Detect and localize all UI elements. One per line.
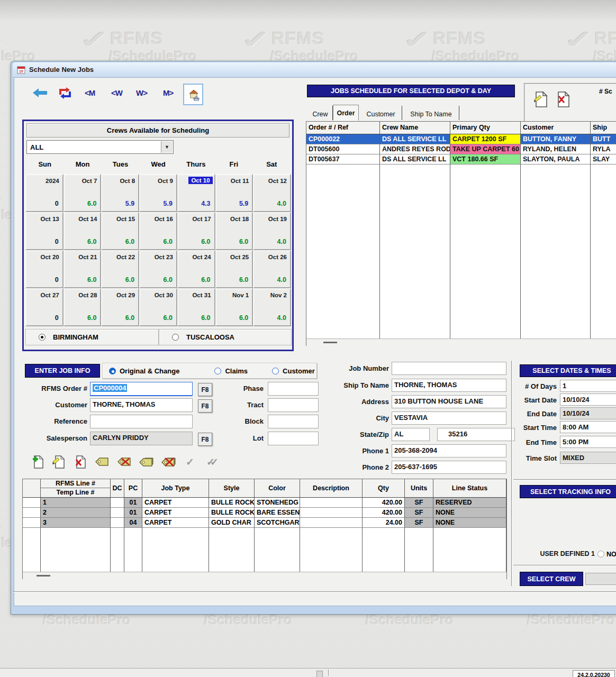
edit-line-button[interactable] [51,454,67,470]
line-select-cell[interactable] [23,498,41,508]
calendar-day-cell[interactable]: Oct 115.9 [215,174,253,212]
start-time-input[interactable]: 8:00 AM [560,421,616,433]
confirm-line-button[interactable]: ✓ [182,454,198,470]
scrollbar-thumb[interactable] [323,342,337,343]
reference-input[interactable] [90,415,193,428]
city-input[interactable]: VESTAVIA [392,411,506,425]
calendar-day-cell[interactable]: Oct 104.3 [177,174,215,212]
line-dc-cell[interactable] [111,498,124,508]
salesperson-input[interactable]: CARLYN PRIDDY [90,432,193,445]
line-status-cell[interactable]: NONE [433,518,506,528]
calendar-day-cell[interactable]: Oct 85.9 [101,174,139,212]
line-select-cell[interactable] [23,508,41,518]
confirm-all-lines-button[interactable]: ✓✓ [202,454,218,470]
calendar-day-cell[interactable]: Oct 176.0 [177,212,215,250]
job-ship-cell[interactable]: SLAY [591,154,616,164]
line-style-cell[interactable]: BULLE ROCK [209,498,255,508]
calendar-day-cell[interactable]: Oct 166.0 [139,212,177,250]
customer-input[interactable]: THORNE, THOMAS [90,398,193,412]
zip-input[interactable]: 35216 [437,428,515,441]
line-pc-cell[interactable]: 04 [124,518,142,528]
crew-select-field[interactable] [585,573,616,585]
line-dc-cell[interactable] [111,508,124,518]
calendar-day-cell[interactable]: Oct 194.0 [253,212,291,250]
calendar-day-cell[interactable]: Oct 296.0 [101,288,139,326]
job-order-cell[interactable]: CP000022 [306,134,380,144]
tag-all-lines-button[interactable] [139,454,155,470]
line-style-cell[interactable]: GOLD CHAR [209,518,255,528]
line-description-cell[interactable] [300,498,363,508]
delete-line-button[interactable] [72,454,88,470]
line-status-cell[interactable]: NONE [433,508,506,518]
calendar-day-cell[interactable]: Oct 124.0 [253,174,291,212]
add-line-button[interactable] [30,454,46,470]
prev-month-button[interactable]: <M [85,88,95,97]
job-qty-cell[interactable]: TAKE UP CARPET 60 [450,144,521,154]
start-date-input[interactable]: 10/10/24 [560,394,616,406]
lot-input[interactable] [268,432,319,445]
line-qty-cell[interactable]: 420.00 [363,498,405,508]
job-qty-cell[interactable]: VCT 180.66 SF [450,154,521,164]
calendar-day-cell[interactable]: Oct 316.0 [177,288,215,326]
line-description-cell[interactable] [300,508,363,518]
jobs-table-hscrollbar[interactable] [306,338,616,346]
line-number-cell[interactable]: 1 [41,498,111,508]
block-input[interactable] [268,415,319,428]
time-slot-input[interactable]: MIXED [560,452,616,464]
calendar-day-cell[interactable]: Oct 130 [25,212,64,250]
job-customer-cell[interactable]: BUTTON, FANNY [521,134,591,144]
line-job-type-cell[interactable]: CARPET [142,518,209,528]
line-status-cell[interactable]: RESERVED [433,498,506,508]
chevron-down-icon[interactable]: ▼ [161,141,173,153]
tract-input[interactable] [268,398,319,412]
salesperson-f8-button[interactable]: F8 [198,433,212,446]
user-defined-radio[interactable] [597,551,604,557]
calendar-day-cell[interactable]: Oct 226.0 [101,250,139,288]
calendar-day-cell[interactable]: Oct 186.0 [215,212,253,250]
line-units-cell[interactable]: SF [405,508,433,518]
untag-line-button[interactable] [116,454,132,470]
line-dc-cell[interactable] [111,518,124,528]
job-customer-cell[interactable]: SLAYTON, PAULA [521,154,591,164]
line-number-cell[interactable]: 3 [41,518,111,528]
calendar-day-cell[interactable]: Oct 200 [25,250,64,288]
calendar-day-cell[interactable]: Oct 95.9 [139,174,177,212]
line-job-type-cell[interactable]: CARPET [142,508,209,518]
depot-radio-tuscaloosa[interactable]: TUSCALOOSA [159,329,292,345]
edit-job-button[interactable] [533,91,548,108]
calendar-day-cell[interactable]: Oct 270 [25,288,64,326]
prev-week-button[interactable]: <W [111,88,122,97]
line-select-cell[interactable] [23,518,41,528]
job-order-cell[interactable]: DT005637 [306,154,380,164]
state-input[interactable]: AL [392,428,430,441]
tab-order[interactable]: Order [333,105,359,121]
job-ship-cell[interactable]: RYLA [591,144,616,154]
line-color-cell[interactable]: STONEHEDG [255,498,300,508]
line-pc-cell[interactable]: 01 [124,508,142,518]
days-input[interactable]: 1 [560,380,616,392]
job-crew-cell[interactable]: ANDRES REYES ROD [380,144,450,154]
phase-input[interactable] [268,382,319,396]
job-number-input[interactable] [392,362,506,375]
calendar-day-cell[interactable]: Oct 256.0 [215,250,253,288]
calendar-day-cell[interactable]: Oct 306.0 [139,288,177,326]
job-ship-cell[interactable]: BUTT [591,134,616,144]
phone2-input[interactable]: 205-637-1695 [392,461,506,474]
calendar-day-cell[interactable]: Oct 236.0 [139,250,177,288]
calendar-day-cell[interactable]: Oct 286.0 [64,288,102,326]
crew-filter-select[interactable]: ALL ▼ [26,140,174,154]
line-qty-cell[interactable]: 420.00 [363,508,405,518]
delete-job-button[interactable] [556,91,570,108]
back-button[interactable] [33,88,47,97]
end-date-input[interactable]: 10/10/24 [560,407,616,419]
radio-claims[interactable]: Claims [214,367,248,375]
depot-radio-birmingham[interactable]: BIRMINGHAM [25,329,159,345]
line-number-cell[interactable]: 2 [41,508,111,518]
home-button[interactable] [183,84,203,105]
radio-original-change[interactable]: Original & Change [109,367,179,375]
job-qty-cell[interactable]: CARPET 1200 SF [450,134,521,144]
line-units-cell[interactable]: SF [405,498,433,508]
calendar-day-cell[interactable]: Oct 246.0 [177,250,215,288]
calendar-day-cell[interactable]: Oct 264.0 [253,250,291,288]
lines-table-hscrollbar[interactable] [23,572,506,579]
